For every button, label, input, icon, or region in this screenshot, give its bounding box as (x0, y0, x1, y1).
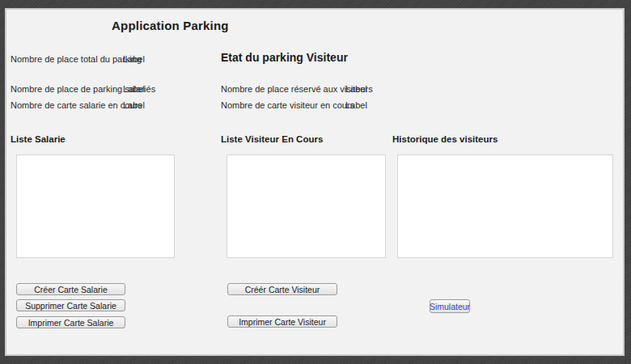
cartes-visiteur-label: Nombre de carte visiteur en cours (221, 100, 354, 110)
simulateur-button[interactable]: Simulateur (430, 299, 470, 313)
supprimer-carte-salarie-button[interactable]: Supprimer Carte Salarie (16, 299, 125, 311)
imprimer-carte-salarie-button[interactable]: Imprimer Carte Salarie (16, 316, 125, 328)
visitor-section-title: Etat du parking Visiteur (221, 51, 348, 64)
imprimer-carte-visiteur-button[interactable]: Imprimer Carte Visiteur (227, 315, 337, 328)
places-visiteurs-value: Label (345, 84, 367, 94)
places-salaries-value: Label (123, 84, 145, 94)
total-places-label: Nombre de place total du parking (11, 54, 142, 64)
total-places-value: Label (123, 54, 145, 64)
liste-salarie-title: Liste Salarie (11, 134, 66, 144)
cartes-salarie-value: Label (123, 100, 145, 110)
liste-salarie-listbox[interactable] (16, 154, 175, 258)
app-title: Application Parking (112, 19, 229, 32)
liste-visiteur-listbox[interactable] (227, 154, 386, 258)
liste-visiteur-title: Liste Visiteur En Cours (221, 134, 323, 144)
app-window: Application Parking Nombre de place tota… (5, 8, 625, 356)
historique-visiteurs-listbox[interactable] (397, 154, 613, 258)
cartes-visiteur-value: Label (345, 100, 367, 110)
historique-visiteurs-title: Historique des visiteurs (392, 134, 498, 144)
creer-carte-visiteur-button[interactable]: Créér Carte Visiteur (227, 283, 337, 295)
creer-carte-salarie-button[interactable]: Créer Carte Salarie (16, 283, 125, 295)
